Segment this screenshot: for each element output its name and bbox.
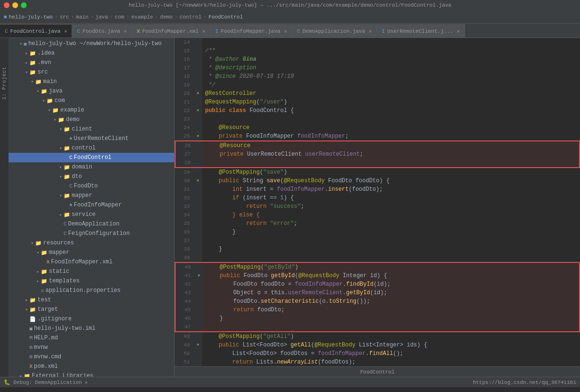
tree-item-mvnwcmd[interactable]: m mvnw.cmd: [9, 352, 174, 362]
debug-icon: 🐛: [4, 379, 10, 385]
folder-icon: 📁: [64, 212, 70, 218]
tree-label: test: [37, 297, 51, 303]
tree-item-hello-july-two[interactable]: ▾ ◼ hello-july-two ~/newWork/hello-july-…: [9, 39, 174, 48]
bc-src[interactable]: src: [60, 14, 69, 20]
expand-arrow: ▸: [35, 279, 41, 284]
tab-foodinfomapper-xml[interactable]: X FoodInfoMapper.xml ✕: [132, 24, 210, 37]
tab-foodcontrol-java[interactable]: C FoodControl.java ✕: [0, 24, 72, 37]
tab-close-icon[interactable]: ✕: [369, 28, 372, 34]
bc-demo[interactable]: demo: [160, 14, 172, 20]
tree-item-mapper-res[interactable]: ▾ 📁 mapper: [9, 248, 174, 257]
bc-com[interactable]: com: [115, 14, 124, 20]
tree-item-example[interactable]: ▾ 📁 example: [9, 105, 174, 115]
tab-foodinfomapper-java[interactable]: I FoodInfoMapper.java ✕: [211, 24, 292, 37]
expand-arrow: ▾: [24, 70, 29, 75]
debug-close[interactable]: ✕: [85, 380, 88, 385]
tree-label: com: [55, 97, 65, 104]
code-line-20: 20 ● @RestController: [175, 89, 580, 98]
status-url: https://blog.csdn.net/qq_36741161: [473, 380, 576, 385]
tree-item-control[interactable]: ▾ 📁 control: [9, 143, 174, 153]
bc-hello-july-two[interactable]: hello-july-two: [9, 14, 53, 20]
tree-item-dto[interactable]: ▾ 📁 dto: [9, 172, 174, 181]
tree-item-resources[interactable]: ▾ 📁 resources: [9, 238, 174, 248]
tree-item-mapper-pkg[interactable]: ▾ 📁 mapper: [9, 191, 174, 200]
code-line-21: 21 @RequestMapping("/user"): [175, 98, 580, 106]
tree-item-demoapplication[interactable]: C DemoApplication: [9, 219, 174, 229]
tree-label: client: [72, 126, 92, 132]
expand-arrow: ▾: [35, 250, 41, 255]
tree-item-demo[interactable]: ▾ 📁 demo: [9, 115, 174, 124]
tree-item-mvnw[interactable]: m mvnw: [9, 343, 174, 352]
code-line-49: 49 ● public List<FoodDto> getAll(@Reques…: [175, 341, 580, 349]
tree-item-idea[interactable]: ▸ 📁 .idea: [9, 48, 174, 58]
tab-close-icon[interactable]: ✕: [457, 28, 460, 34]
tree-item-gitignore[interactable]: 📄 .gitignore: [9, 314, 174, 324]
file-icon: 📄: [29, 316, 36, 322]
bc-example[interactable]: example: [131, 14, 153, 20]
tree-label: example: [60, 107, 84, 113]
code-scroll-area[interactable]: 14 15 /** 16: [175, 38, 580, 366]
tree-item-java[interactable]: ▾ 📁 java: [9, 86, 174, 96]
favorites-strip: 1: Project: [0, 38, 9, 377]
xml-icon: X: [47, 259, 50, 265]
tree-item-mvn[interactable]: ▸ 📁 .mvn: [9, 58, 174, 67]
tree-item-client[interactable]: ▾ 📁 client: [9, 124, 174, 134]
code-line-14: 14: [175, 38, 580, 47]
tab-fooddto-java[interactable]: C FoodDto.java ✕: [72, 24, 132, 37]
code-line-23: 23: [175, 115, 580, 123]
tab-demoapplication-java[interactable]: C DemoApplication.java ✕: [292, 24, 377, 37]
bc-main[interactable]: main: [76, 14, 88, 20]
minimize-button[interactable]: [12, 2, 18, 8]
tab-label: FoodControl.java: [10, 28, 61, 34]
favorites-label: 1: Project: [2, 66, 7, 100]
tree-item-iml[interactable]: ◼ hello-july-two.iml: [9, 324, 174, 333]
tree-item-main[interactable]: ▾ 📁 main: [9, 77, 174, 86]
traffic-lights: [4, 2, 27, 8]
code-line-26: 26 @Resource: [175, 140, 580, 150]
tree-item-foodcontrol[interactable]: C FoodControl: [9, 153, 174, 162]
folder-icon: 📁: [29, 69, 36, 75]
code-line-27: 27 private UserRemoteClient userRemoteCl…: [175, 150, 580, 159]
tab-close-icon[interactable]: ✕: [64, 28, 67, 34]
tree-item-service[interactable]: ▸ 📁 service: [9, 210, 174, 219]
tree-item-pomxml[interactable]: X pom.xml: [9, 362, 174, 371]
tree-item-src[interactable]: ▾ 📁 src: [9, 67, 174, 77]
folder-icon: 📁: [41, 278, 47, 284]
code-line-38: 38 }: [175, 245, 580, 253]
code-line-40: 40 @PostMapping("getById"): [175, 262, 580, 271]
expand-arrow: ▾: [29, 241, 35, 246]
expand-arrow: ▸: [18, 373, 24, 377]
tree-item-fooddto[interactable]: C FoodDto: [9, 181, 174, 191]
tree-item-application-properties[interactable]: ⚙ application.properties: [9, 286, 174, 295]
debug-label: Debug:: [13, 380, 32, 385]
tree-item-feignconfiguration[interactable]: C FeignConfiguration: [9, 229, 174, 238]
status-bar: 🐛 Debug: DemoApplication ✕ https://blog.…: [0, 377, 580, 387]
code-line-39: 39: [175, 253, 580, 262]
java-interface-icon: ●: [69, 202, 73, 208]
bc-java[interactable]: java: [95, 14, 108, 20]
tree-item-domain[interactable]: ▸ 📁 domain: [9, 162, 174, 172]
tree-item-templates[interactable]: ▸ 📁 templates: [9, 276, 174, 286]
close-button[interactable]: [4, 2, 9, 8]
tree-item-userremoteclient[interactable]: ● UserRemoteClient: [9, 134, 174, 143]
tree-label: UserRemoteClient: [74, 135, 129, 142]
tree-label: src: [37, 69, 48, 75]
tree-label: HELP.md: [34, 335, 58, 341]
tree-item-external-libraries[interactable]: ▸ 📁 External Libraries: [9, 371, 174, 377]
bc-foodcontrol[interactable]: FoodControl: [208, 14, 243, 20]
bc-control[interactable]: control: [179, 14, 201, 20]
tree-item-foodinfomapper[interactable]: ● FoodInfoMapper: [9, 200, 174, 210]
tree-item-static[interactable]: ▸ 📁 static: [9, 267, 174, 276]
tree-item-target[interactable]: ▾ 📁 target: [9, 305, 174, 314]
expand-arrow: ▾: [35, 89, 41, 94]
tree-item-com[interactable]: ▾ 📁 com: [9, 96, 174, 105]
tab-close-icon[interactable]: ✕: [203, 28, 206, 34]
tab-close-icon[interactable]: ✕: [284, 28, 287, 34]
tab-close-icon[interactable]: ✕: [124, 28, 127, 34]
tree-item-helpmd[interactable]: M HELP.md: [9, 333, 174, 343]
maximize-button[interactable]: [21, 2, 27, 8]
tree-item-foodinfomapper-xml[interactable]: X FoodInfoMapper.xml: [9, 257, 174, 267]
tree-item-test[interactable]: ▸ 📁 test: [9, 295, 174, 305]
project-tree[interactable]: ▾ ◼ hello-july-two ~/newWork/hello-july-…: [9, 38, 174, 377]
tab-userremoteclient-java[interactable]: I UserRemoteClient.j... ✕: [377, 24, 465, 37]
